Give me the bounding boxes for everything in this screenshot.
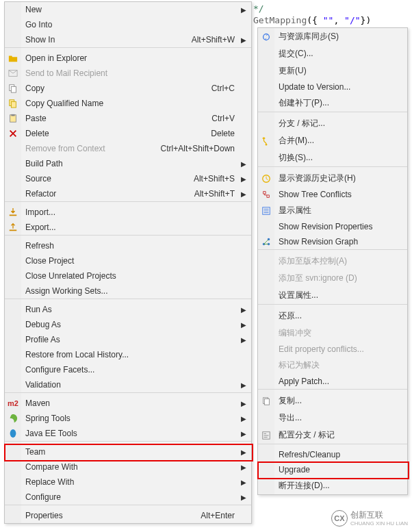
menu-item-label: Source	[21, 171, 146, 186]
submenu-arrow-icon	[239, 362, 251, 377]
submenu-arrow-icon: ▶	[239, 2, 251, 17]
blank-icon	[5, 508, 21, 523]
menu-item-accelerator	[146, 268, 239, 283]
main-menu-item[interactable]: Configure Facets...	[5, 362, 251, 377]
menu-item-label: Remove from Context	[21, 141, 146, 156]
menu-item-label: Maven	[21, 396, 146, 411]
menu-item-label: 显示属性	[274, 202, 387, 219]
team-menu-item[interactable]: Show Tree Conflicts	[258, 187, 407, 202]
team-menu-item[interactable]: Upgrade	[258, 462, 407, 477]
submenu-arrow-icon: ▶	[239, 317, 251, 332]
menu-item-accelerator	[387, 392, 395, 409]
main-menu-item[interactable]: New▶	[5, 2, 251, 17]
team-menu-item[interactable]: Apply Patch...	[258, 374, 407, 390]
submenu-arrow-icon	[239, 283, 251, 299]
main-menu-item[interactable]: Team▶	[5, 444, 251, 459]
submenu-arrow-icon	[395, 149, 407, 167]
submenu-arrow-icon	[395, 234, 407, 250]
main-menu-item[interactable]: Configure▶	[5, 490, 251, 505]
blank-icon	[5, 268, 21, 283]
team-menu-item[interactable]: 合并(M)...	[258, 132, 407, 149]
submenu-arrow-icon: ▶	[239, 411, 251, 426]
merge-icon	[258, 132, 274, 149]
main-menu-item[interactable]: Build Path▶	[5, 156, 251, 171]
menu-item-label: 合并(M)...	[274, 132, 387, 149]
team-menu-item[interactable]: 分支 / 标记...	[258, 115, 407, 132]
blank-icon	[258, 287, 274, 305]
team-menu-item[interactable]: 创建补丁(P)...	[258, 94, 407, 112]
delete-icon	[5, 126, 21, 141]
main-menu-item[interactable]: Close Project	[5, 253, 251, 268]
blank-icon	[5, 347, 21, 362]
blank-icon	[258, 447, 274, 462]
team-menu-item[interactable]: 提交(C)...	[258, 45, 407, 62]
main-menu-item[interactable]: SourceAlt+Shift+S▶	[5, 171, 251, 186]
menu-item-accelerator	[146, 205, 239, 220]
main-menu-item[interactable]: DeleteDelete	[5, 126, 251, 141]
team-menu-item[interactable]: 配置分支 / 标记	[258, 427, 407, 444]
main-menu-item[interactable]: Close Unrelated Projects	[5, 268, 251, 283]
folder-icon	[5, 51, 21, 66]
main-menu-item[interactable]: Debug As▶	[5, 317, 251, 332]
main-menu-item[interactable]: Profile As▶	[5, 332, 251, 347]
main-menu-item[interactable]: Export...	[5, 220, 251, 236]
team-menu-item[interactable]: 更新(U)	[258, 62, 407, 79]
team-menu-item[interactable]: 断开连接(D)...	[258, 477, 407, 494]
context-menu-main[interactable]: New▶Go IntoShow InAlt+Shift+W▶Open in Ex…	[4, 1, 252, 524]
main-menu-item[interactable]: Assign Working Sets...	[5, 283, 251, 299]
team-menu-item[interactable]: 设置属性...	[258, 287, 407, 305]
menu-item-accelerator	[146, 220, 239, 236]
menu-item-label: Apply Patch...	[274, 374, 387, 390]
team-menu-item: Edit property conflicts...	[258, 342, 407, 357]
menu-item-label: Refresh/Cleanup	[274, 447, 387, 462]
submenu-arrow-icon: ▶	[239, 426, 251, 442]
blank-icon	[258, 307, 274, 325]
main-menu-item[interactable]: Copy Qualified Name	[5, 96, 251, 111]
main-menu-item[interactable]: RefactorAlt+Shift+T▶	[5, 186, 251, 202]
main-menu-item[interactable]: Restore from Local History...	[5, 347, 251, 362]
submenu-arrow-icon: ▶	[239, 490, 251, 505]
menu-item-label: Delete	[21, 126, 146, 141]
team-menu-item[interactable]: 切换(S)...	[258, 149, 407, 167]
team-menu-item[interactable]: 导出...	[258, 409, 407, 427]
menu-item-accelerator	[387, 28, 395, 45]
menu-item-accelerator	[146, 444, 239, 459]
menu-item-accelerator	[146, 96, 239, 111]
main-menu-item[interactable]: PropertiesAlt+Enter	[5, 508, 251, 523]
main-menu-item[interactable]: Run As▶	[5, 302, 251, 317]
team-menu-item[interactable]: 显示资源历史记录(H)	[258, 170, 407, 187]
main-menu-item[interactable]: Replace With▶	[5, 474, 251, 490]
main-menu-item[interactable]: m2Maven▶	[5, 396, 251, 411]
team-menu-item[interactable]: 显示属性	[258, 202, 407, 219]
team-menu-item[interactable]: 还原...	[258, 307, 407, 325]
menu-item-accelerator	[146, 332, 239, 347]
context-menu-team[interactable]: 与资源库同步(S)提交(C)...更新(U)Update to Version.…	[257, 27, 408, 495]
main-menu-item[interactable]: Java EE Tools▶	[5, 426, 251, 442]
team-menu-item[interactable]: Show Revision Properties	[258, 219, 407, 234]
main-menu-item[interactable]: Compare With▶	[5, 459, 251, 474]
team-menu-item[interactable]: 与资源库同步(S)	[258, 28, 407, 45]
submenu-arrow-icon	[239, 51, 251, 66]
team-menu-item[interactable]: 复制...	[258, 392, 407, 409]
editor-snippet: */ GetMapping({ "", "/"})	[253, 3, 371, 26]
main-menu-item[interactable]: Validation▶	[5, 377, 251, 393]
blank-icon	[5, 141, 21, 156]
main-menu-item[interactable]: Spring Tools▶	[5, 411, 251, 426]
main-menu-item[interactable]: Go Into	[5, 17, 251, 32]
main-menu-item[interactable]: Show InAlt+Shift+W▶	[5, 32, 251, 48]
main-menu-item[interactable]: Open in Explorer	[5, 51, 251, 66]
main-menu-item[interactable]: CopyCtrl+C	[5, 81, 251, 96]
export-icon	[5, 220, 21, 236]
submenu-arrow-icon	[239, 81, 251, 96]
menu-item-accelerator	[387, 187, 395, 202]
team-menu-item[interactable]: Show Revision Graph	[258, 234, 407, 250]
main-menu-item[interactable]: Import...	[5, 205, 251, 220]
main-menu-item[interactable]: Refresh	[5, 238, 251, 253]
blank-icon	[5, 459, 21, 474]
team-menu-item[interactable]: Refresh/Cleanup	[258, 447, 407, 462]
spring-icon	[5, 411, 21, 426]
main-menu-item[interactable]: PasteCtrl+V	[5, 111, 251, 126]
team-menu-item[interactable]: Update to Version...	[258, 79, 407, 94]
menu-item-accelerator	[387, 477, 395, 494]
menu-item-accelerator	[146, 238, 239, 253]
